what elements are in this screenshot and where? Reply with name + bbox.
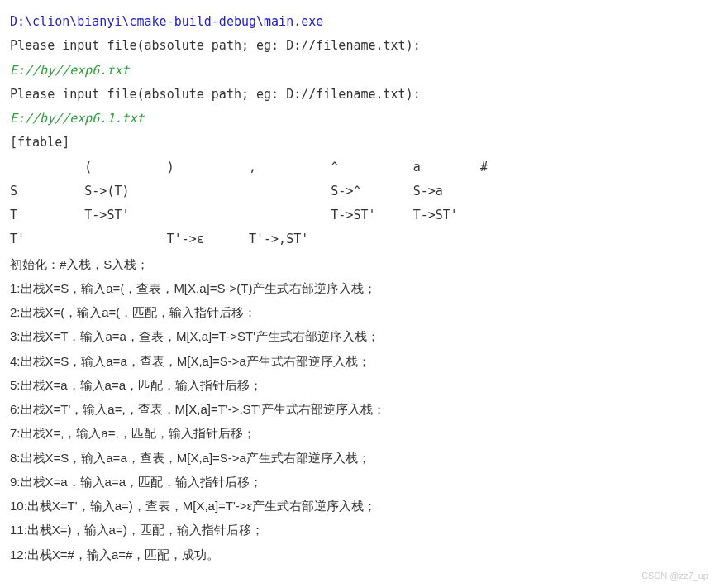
user-input-2: E://by//exp6.1.txt bbox=[10, 107, 705, 131]
init-line: 初始化：#入栈，S入栈； bbox=[10, 252, 705, 276]
user-input-1: E://by//exp6.txt bbox=[10, 59, 705, 83]
step-7: 7:出栈X=,，输入a=,，匹配，输入指针后移； bbox=[10, 421, 705, 445]
step-8: 8:出栈X=S，输入a=a，查表，M[X,a]=S->a产生式右部逆序入栈； bbox=[10, 446, 705, 470]
step-12: 12:出栈X=#，输入a=#，匹配，成功。 bbox=[10, 543, 705, 566]
ftable-row-s: S S->(T) S->^ S->a bbox=[10, 179, 705, 203]
file-prompt-1: Please input file(absolute path; eg: D:/… bbox=[10, 34, 705, 58]
step-1: 1:出栈X=S，输入a=(，查表，M[X,a]=S->(T)产生式右部逆序入栈； bbox=[10, 276, 705, 300]
step-2: 2:出栈X=(，输入a=(，匹配，输入指针后移； bbox=[10, 300, 705, 324]
ftable-row-t: T T->ST' T->ST' T->ST' bbox=[10, 203, 705, 227]
step-11: 11:出栈X=)，输入a=)，匹配，输入指针后移； bbox=[10, 518, 705, 542]
ftable-row-tprime: T' T'->ε T'->,ST' bbox=[10, 227, 705, 251]
executable-path: D:\clion\bianyi\cmake-build-debug\main.e… bbox=[10, 10, 705, 34]
step-3: 3:出栈X=T，输入a=a，查表，M[X,a]=T->ST'产生式右部逆序入栈； bbox=[10, 324, 705, 348]
ftable-label: [ftable] bbox=[10, 131, 705, 155]
ftable-header: ( ) , ^ a # bbox=[10, 155, 705, 179]
file-prompt-2: Please input file(absolute path; eg: D:/… bbox=[10, 83, 705, 107]
step-9: 9:出栈X=a，输入a=a，匹配，输入指针后移； bbox=[10, 470, 705, 494]
step-6: 6:出栈X=T'，输入a=,，查表，M[X,a]=T'->,ST'产生式右部逆序… bbox=[10, 397, 705, 421]
step-5: 5:出栈X=a，输入a=a，匹配，输入指针后移； bbox=[10, 373, 705, 397]
step-4: 4:出栈X=S，输入a=a，查表，M[X,a]=S->a产生式右部逆序入栈； bbox=[10, 349, 705, 373]
console-output: D:\clion\bianyi\cmake-build-debug\main.e… bbox=[10, 10, 705, 566]
watermark: CSDN @zz7_up bbox=[641, 567, 708, 576]
step-10: 10:出栈X=T'，输入a=)，查表，M[X,a]=T'->ε产生式右部逆序入栈… bbox=[10, 494, 705, 518]
